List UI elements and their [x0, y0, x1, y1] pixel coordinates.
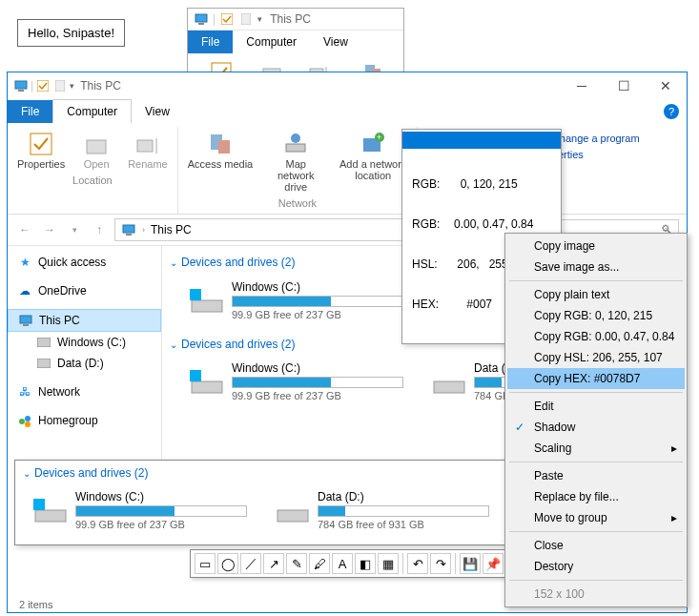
- sidebar-network[interactable]: 🖧Network: [8, 381, 161, 402]
- ribbon-access-media[interactable]: Access media: [186, 129, 255, 195]
- tab-view[interactable]: View: [132, 100, 183, 123]
- svg-point-21: [291, 133, 300, 143]
- map-drive-icon: [282, 131, 309, 157]
- sidebar-data-d[interactable]: Data (D:): [8, 353, 161, 374]
- label: Properties: [17, 158, 65, 170]
- small-tab-computer[interactable]: Computer: [233, 31, 310, 53]
- tool-text[interactable]: A: [332, 553, 353, 574]
- rgb1-value: 0.00, 0.47, 0.84: [454, 217, 533, 231]
- sidebar-windows-c[interactable]: Windows (C:): [8, 332, 161, 353]
- ribbon-properties[interactable]: Properties: [15, 129, 67, 172]
- titlebar: | ▾ This PC ─ ☐ ✕: [8, 72, 687, 99]
- ribbon-open[interactable]: Open: [76, 129, 116, 172]
- tool-rect[interactable]: ▭: [195, 553, 216, 574]
- drive-icon: [190, 368, 224, 395]
- sidebar-onedrive[interactable]: ☁OneDrive: [8, 280, 161, 301]
- svg-point-36: [25, 421, 31, 427]
- tool-eraser[interactable]: ◧: [355, 553, 376, 574]
- group-label: Network: [186, 195, 409, 212]
- svg-rect-38: [190, 289, 201, 300]
- drive-name: Windows (C:): [232, 361, 403, 375]
- hex-label: HEX:: [412, 298, 454, 311]
- drive-windows-c[interactable]: Windows (C:)99.9 GB free of 237 GB: [187, 359, 406, 404]
- tool-mosaic[interactable]: ▦: [378, 553, 399, 574]
- ribbon-map-drive[interactable]: Map network drive: [264, 129, 327, 195]
- drive-icon: [33, 497, 68, 524]
- ctx-scaling[interactable]: Scaling▸: [507, 438, 685, 459]
- ctx-replace[interactable]: Replace by file...: [507, 486, 685, 507]
- svg-point-35: [25, 416, 31, 421]
- maximize-button[interactable]: ☐: [612, 78, 635, 93]
- ctx-shadow[interactable]: ✓Shadow: [507, 417, 685, 438]
- tool-save[interactable]: 💾: [460, 553, 481, 574]
- tab-computer[interactable]: Computer: [52, 99, 132, 123]
- chevron-down-icon: ⌄: [170, 257, 177, 268]
- ctx-copy-hsl[interactable]: Copy HSL: 206, 255, 107: [507, 347, 685, 368]
- drive-name: Data (D:): [318, 490, 489, 503]
- up-button[interactable]: ↑: [90, 220, 109, 239]
- ctx-move-group[interactable]: Move to group▸: [507, 507, 685, 528]
- sidebar-this-pc[interactable]: This PC: [8, 309, 161, 332]
- label: Devices and drives (2): [181, 338, 295, 351]
- ctx-copy-rgb1[interactable]: Copy RGB: 0.00, 0.47, 0.84: [507, 326, 685, 347]
- minimize-button[interactable]: ─: [570, 78, 593, 93]
- sidebar-quick-access[interactable]: ★Quick access: [8, 252, 161, 273]
- tool-arrow[interactable]: ↗: [263, 553, 284, 574]
- chevron-down-icon[interactable]: ▾: [70, 81, 74, 91]
- ctx-paste[interactable]: Paste: [507, 465, 685, 486]
- drive-icon: [190, 287, 224, 314]
- snipaste-tooltip: Hello, Snipaste!: [17, 19, 125, 47]
- chevron-down-icon: ⌄: [23, 468, 31, 479]
- label: Data (D:): [57, 357, 104, 370]
- ctx-copy-plain[interactable]: Copy plain text: [507, 284, 685, 305]
- svg-rect-30: [20, 316, 31, 323]
- svg-rect-45: [278, 510, 308, 522]
- label: Shadow: [534, 421, 575, 434]
- ctx-close[interactable]: Close: [507, 535, 685, 556]
- svg-rect-32: [37, 338, 51, 347]
- tool-undo[interactable]: ↶: [407, 553, 428, 574]
- ctx-copy-hex[interactable]: Copy HEX: #0078D7: [507, 368, 685, 389]
- tool-redo[interactable]: ↷: [430, 553, 451, 574]
- tool-pencil[interactable]: ✎: [286, 553, 307, 574]
- small-tabs: File Computer View: [188, 31, 403, 53]
- submenu-arrow-icon: ▸: [671, 511, 677, 524]
- label: This PC: [39, 314, 80, 327]
- checkbox-icon: [219, 11, 235, 27]
- tool-ellipse[interactable]: ◯: [217, 553, 238, 574]
- svg-rect-1: [198, 23, 204, 25]
- help-button[interactable]: ?: [664, 104, 679, 119]
- small-tab-view[interactable]: View: [310, 31, 361, 53]
- ctx-destory[interactable]: Destory: [507, 556, 685, 577]
- tool-line[interactable]: ／: [240, 553, 261, 574]
- tool-marker[interactable]: 🖊: [309, 553, 330, 574]
- drive-windows-c[interactable]: Windows (C:)99.9 GB free of 237 GB: [187, 277, 406, 324]
- sep: [509, 580, 683, 581]
- homegroup-icon: [17, 413, 32, 428]
- ribbon-rename[interactable]: Rename: [126, 129, 170, 172]
- svg-rect-10: [15, 81, 27, 89]
- ctx-copy-rgb255[interactable]: Copy RGB: 0, 120, 215: [507, 305, 685, 326]
- sep: [455, 553, 456, 574]
- ctx-edit[interactable]: Edit: [507, 396, 685, 417]
- tab-file[interactable]: File: [8, 100, 52, 123]
- sidebar-homegroup[interactable]: Homegroup: [8, 410, 161, 431]
- network-icon: 🖧: [17, 384, 32, 400]
- history-dropdown[interactable]: ▾: [65, 220, 84, 239]
- ctx-copy-image[interactable]: Copy image: [507, 236, 685, 257]
- tool-pin[interactable]: 📌: [483, 553, 504, 574]
- properties-icon: [28, 131, 54, 157]
- drive-icon: [36, 356, 51, 371]
- close-button[interactable]: ✕: [654, 78, 677, 93]
- back-button[interactable]: ←: [15, 220, 34, 239]
- pinned-snippet[interactable]: ⌄Devices and drives (2) Windows (C:)99.9…: [14, 460, 539, 545]
- drive-free: 99.9 GB free of 237 GB: [232, 309, 403, 320]
- label: Windows (C:): [57, 336, 126, 349]
- svg-rect-31: [23, 324, 29, 326]
- forward-button[interactable]: →: [40, 220, 59, 239]
- qat-dropdown-icon[interactable]: ▾: [257, 14, 262, 24]
- svg-text:+: +: [377, 133, 381, 142]
- ctx-save-image-as[interactable]: Save image as...: [507, 257, 685, 277]
- ribbon-add-location[interactable]: + Add a network location: [337, 129, 409, 195]
- small-tab-file[interactable]: File: [188, 31, 233, 53]
